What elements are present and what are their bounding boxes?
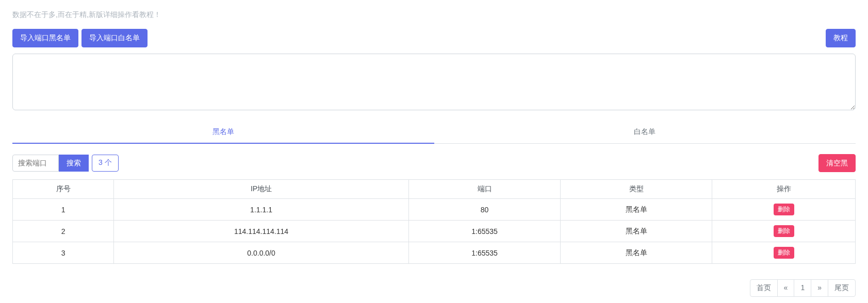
search-port-input[interactable] <box>12 155 59 172</box>
clear-blacklist-button[interactable]: 清空黑 <box>818 154 856 173</box>
page-current[interactable]: 1 <box>794 279 811 297</box>
import-blacklist-button[interactable]: 导入端口黑名单 <box>12 29 78 47</box>
cell-seq: 2 <box>13 221 114 242</box>
bulk-input-wrapper <box>12 54 856 112</box>
port-table: 序号 IP地址 端口 类型 操作 1 1.1.1.1 80 黑名单 删除 2 1… <box>12 179 856 264</box>
import-button-group: 导入端口黑名单 导入端口白名单 <box>12 29 148 47</box>
page-last[interactable]: 尾页 <box>828 279 856 297</box>
bulk-input-textarea[interactable] <box>12 54 856 110</box>
hint-text: 数据不在于多,而在于精,新版详细操作看教程！ <box>12 10 856 20</box>
page-prev[interactable]: « <box>777 279 795 297</box>
import-whitelist-button[interactable]: 导入端口白名单 <box>81 29 148 47</box>
list-tabs: 黑名单 白名单 <box>12 121 856 144</box>
delete-row-button[interactable]: 删除 <box>774 247 794 259</box>
top-button-row: 导入端口黑名单 导入端口白名单 教程 <box>12 29 856 47</box>
tab-whitelist[interactable]: 白名单 <box>434 121 856 144</box>
cell-seq: 1 <box>13 199 114 221</box>
cell-ip: 1.1.1.1 <box>114 199 409 221</box>
cell-type: 黑名单 <box>561 199 712 221</box>
cell-seq: 3 <box>13 242 114 264</box>
delete-row-button[interactable]: 删除 <box>774 225 794 237</box>
cell-ip: 114.114.114.114 <box>114 221 409 242</box>
pagination: 首页 « 1 » 尾页 <box>12 279 856 297</box>
page-next[interactable]: » <box>811 279 828 297</box>
table-row: 3 0.0.0.0/0 1:65535 黑名单 删除 <box>13 242 856 264</box>
tutorial-button[interactable]: 教程 <box>826 29 856 47</box>
th-type: 类型 <box>561 180 712 199</box>
result-count-badge: 3 个 <box>92 155 119 172</box>
th-seq: 序号 <box>13 180 114 199</box>
cell-port: 80 <box>408 199 560 221</box>
tab-blacklist[interactable]: 黑名单 <box>12 121 434 144</box>
cell-port: 1:65535 <box>408 221 560 242</box>
cell-op: 删除 <box>712 199 856 221</box>
cell-ip: 0.0.0.0/0 <box>114 242 409 264</box>
page-first[interactable]: 首页 <box>750 279 778 297</box>
search-input-group: 搜索 3 个 <box>12 155 119 172</box>
search-button[interactable]: 搜索 <box>59 155 89 172</box>
cell-port: 1:65535 <box>408 242 560 264</box>
th-op: 操作 <box>712 180 856 199</box>
th-port: 端口 <box>408 180 560 199</box>
table-row: 2 114.114.114.114 1:65535 黑名单 删除 <box>13 221 856 242</box>
table-header-row: 序号 IP地址 端口 类型 操作 <box>13 180 856 199</box>
delete-row-button[interactable]: 删除 <box>774 204 794 215</box>
cell-op: 删除 <box>712 242 856 264</box>
table-row: 1 1.1.1.1 80 黑名单 删除 <box>13 199 856 221</box>
cell-type: 黑名单 <box>561 242 712 264</box>
th-ip: IP地址 <box>114 180 409 199</box>
cell-op: 删除 <box>712 221 856 242</box>
search-row: 搜索 3 个 清空黑 <box>12 154 856 173</box>
cell-type: 黑名单 <box>561 221 712 242</box>
